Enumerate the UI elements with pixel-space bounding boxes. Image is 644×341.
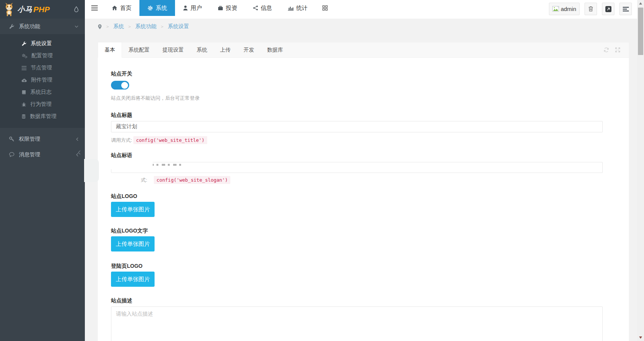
cloud-upload-icon (22, 78, 27, 82)
menu-list-button[interactable] (619, 3, 632, 15)
help-label-fragment: 式: (141, 177, 147, 183)
gear-icon (147, 5, 153, 11)
vertical-scrollbar[interactable] (637, 0, 644, 341)
site-switch-toggle[interactable] (111, 81, 129, 90)
nav-item-system[interactable]: 系统 (139, 0, 175, 16)
breadcrumb-link-system-functions[interactable]: 系统功能 (135, 23, 156, 30)
tab-database[interactable]: 数据库 (261, 42, 289, 57)
app-logo[interactable]: 小马 PHP (0, 0, 85, 19)
screenshot-seam-artifact (98, 159, 153, 169)
topbar: 首页 系统 用户 投资 信息 (0, 0, 637, 19)
field-site-logo-text: 站点LOGO文字 上传单张图片 (111, 228, 629, 251)
wrench-icon (9, 24, 14, 29)
chevron-left-icon (76, 137, 78, 141)
breadcrumb-separator: ＞ (160, 24, 164, 30)
site-slogan-input[interactable] (111, 162, 603, 173)
hamburger-menu-button[interactable] (85, 0, 104, 16)
map-marker-icon (98, 24, 102, 30)
launch-button[interactable] (602, 3, 614, 15)
field-label: 站点描述 (111, 297, 629, 304)
broken-avatar-icon (552, 6, 560, 12)
help-label: 调用方式: (111, 137, 132, 143)
nav-item-home[interactable]: 首页 (104, 0, 139, 16)
field-site-switch: 站点开关 站点关闭后将不能访问，后台可正常登录 (111, 71, 629, 102)
sidebar-item-attachment-management[interactable]: 附件管理 (0, 74, 85, 86)
tab-develop[interactable]: 开发 (237, 42, 261, 57)
sidebar-item-behavior-management[interactable]: 行为管理 (0, 98, 85, 110)
sidebar-group-system-functions[interactable]: 系统功能 (0, 19, 85, 34)
sidebar-group-permissions[interactable]: 权限管理 (0, 131, 85, 147)
breadcrumb-link-system-settings[interactable]: 系统设置 (168, 23, 189, 30)
sidebar-item-config-management[interactable]: 配置管理 (0, 50, 85, 62)
sidebar-item-label: 数据库管理 (30, 113, 56, 120)
field-label: 站点LOGO (111, 193, 629, 200)
upload-site-logo-text-button[interactable]: 上传单张图片 (111, 236, 155, 251)
nav-item-users[interactable]: 用户 (175, 0, 210, 16)
water-drop-icon[interactable] (74, 6, 79, 13)
admin-user-button[interactable]: admin (549, 3, 580, 15)
tab-system-config[interactable]: 系统配置 (122, 42, 156, 57)
sidebar-group-messages[interactable]: 消息管理 (0, 147, 85, 162)
tab-upload[interactable]: 上传 (214, 42, 237, 57)
sidebar-separator (0, 128, 85, 131)
home-icon (112, 5, 117, 11)
sidebar-submenu: 系统设置 配置管理 节点管理 附件管理 系统日志 (0, 34, 85, 128)
key-icon (9, 137, 14, 142)
help-code: config('web_site_title') (133, 136, 207, 144)
sidebar-item-label: 附件管理 (31, 77, 52, 83)
upload-site-logo-button[interactable]: 上传单张图片 (111, 202, 155, 217)
nav-item-label: 用户 (191, 5, 202, 12)
help-code: config('web_site_slogan') (154, 176, 230, 184)
brand-text-en: PHP (33, 5, 50, 14)
nav-item-info[interactable]: 信息 (245, 0, 280, 16)
site-desc-textarea[interactable] (111, 306, 603, 341)
sidebar-item-label: 配置管理 (31, 52, 53, 59)
horse-mascot-icon (3, 2, 15, 17)
tab-basic[interactable]: 基本 (98, 42, 122, 58)
toggle-knob (121, 82, 128, 89)
breadcrumb-link-system[interactable]: 系统 (113, 23, 124, 30)
briefcase-icon (218, 6, 223, 11)
grid-icon (322, 5, 328, 11)
sidebar-item-node-management[interactable]: 节点管理 (0, 62, 85, 74)
refresh-icon[interactable] (603, 47, 609, 53)
scrollbar-thumb[interactable] (638, 8, 643, 55)
triangle-down-icon (639, 336, 642, 339)
sidebar-item-system-logs[interactable]: 系统日志 (0, 86, 85, 98)
nav-item-stats[interactable]: 统计 (280, 0, 316, 16)
tab-withdraw-settings[interactable]: 提现设置 (156, 42, 190, 57)
sidebar-item-system-settings[interactable]: 系统设置 (0, 38, 85, 50)
nav-item-label: 投资 (226, 5, 237, 12)
field-label: 登陆页LOGO (111, 263, 629, 270)
chevron-down-icon (75, 25, 78, 28)
trash-icon (588, 6, 593, 12)
sidebar-collapse-handle[interactable] (78, 150, 81, 155)
scrollbar-down-button[interactable] (637, 335, 644, 341)
field-label: 站点LOGO文字 (111, 228, 629, 234)
card-header-actions (603, 42, 629, 57)
site-title-input[interactable] (111, 121, 603, 132)
clear-cache-button[interactable] (585, 3, 597, 15)
sidebar-item-database-management[interactable]: 数据库管理 (0, 110, 85, 123)
brand-text-cn: 小马 (17, 5, 33, 14)
scrollbar-up-button[interactable] (637, 0, 644, 6)
list-bars-icon (623, 6, 629, 12)
field-site-desc: 站点描述 (111, 297, 629, 341)
nav-item-label: 系统 (156, 5, 167, 12)
upload-login-logo-button[interactable]: 上传单张图片 (111, 272, 155, 287)
user-icon (183, 5, 188, 11)
database-icon (22, 114, 26, 119)
fullscreen-icon[interactable] (615, 47, 621, 53)
nav-item-label: 统计 (296, 5, 308, 12)
settings-card: 基本 系统配置 提现设置 系统 上传 开发 数据库 站点开关 站点关闭后将不能访… (98, 42, 629, 341)
triangle-up-icon (639, 2, 642, 5)
tab-system[interactable]: 系统 (190, 42, 214, 57)
sidebar-group-label: 系统功能 (19, 23, 40, 30)
field-label: 站点标语 (111, 152, 629, 159)
nav-grid-button[interactable] (316, 0, 335, 16)
breadcrumb-separator: ＞ (127, 24, 132, 30)
field-site-slogan: 站点标语 式: config('web_site_slogan') (111, 152, 629, 184)
topbar-actions: admin (549, 3, 632, 15)
bar-chart-icon (288, 6, 294, 11)
nav-item-invest[interactable]: 投资 (210, 0, 245, 16)
